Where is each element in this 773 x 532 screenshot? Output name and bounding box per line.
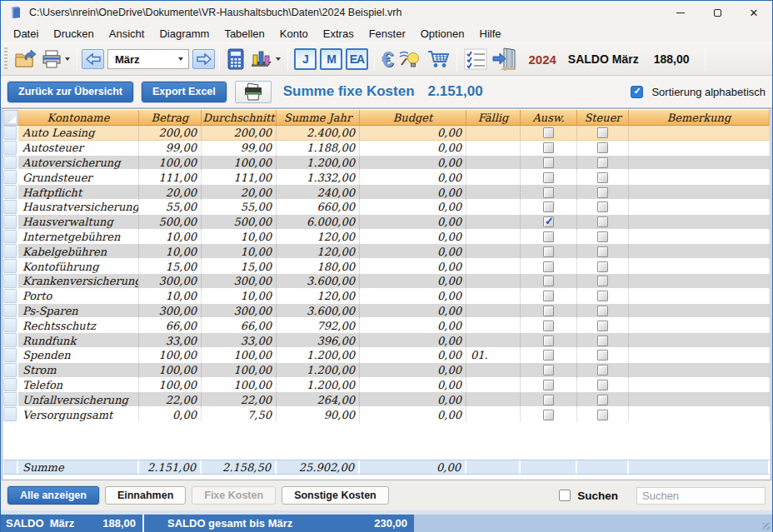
cell-steuer[interactable] (577, 274, 629, 289)
table-corner-cell[interactable] (3, 110, 18, 126)
table-row[interactable]: Spenden100,00100,001.200,000,0001. (3, 348, 770, 363)
row-selector[interactable] (3, 392, 17, 406)
cell-ausw[interactable] (521, 230, 577, 245)
print-button[interactable] (38, 47, 72, 72)
checkbox[interactable] (597, 321, 608, 331)
checkbox[interactable] (543, 246, 554, 257)
cell-ausw[interactable] (521, 378, 577, 393)
toolbar-grip[interactable] (4, 47, 7, 71)
income-button[interactable]: Einnahmen (105, 486, 186, 505)
checkbox[interactable] (543, 127, 554, 138)
row-selector[interactable] (3, 274, 17, 288)
table-row[interactable]: Krankenversicherung300,00300,003.600,000… (3, 274, 770, 289)
year-table-button[interactable]: J (294, 48, 317, 70)
table-row[interactable]: Hausratversicherung55,0055,00660,000,00 (3, 200, 770, 215)
checkbox[interactable] (597, 336, 608, 346)
month-select[interactable]: März (107, 49, 189, 69)
fixed-costs-button[interactable]: Fixe Kosten (192, 486, 276, 505)
checkbox[interactable] (597, 246, 608, 257)
search-input[interactable] (636, 487, 766, 505)
cell-ausw[interactable] (521, 170, 577, 185)
close-button[interactable]: ✕ (736, 1, 772, 24)
table-row[interactable]: Internetgebühren10,0010,00120,000,00 (3, 230, 770, 245)
table-row[interactable]: Haftpflicht20,0020,00240,000,00 (3, 185, 770, 200)
menu-item-extras[interactable]: Extras (316, 26, 362, 42)
checkbox[interactable] (597, 187, 608, 198)
row-selector[interactable] (3, 318, 17, 332)
row-selector[interactable] (3, 126, 17, 140)
cell-steuer[interactable] (577, 230, 629, 245)
checkbox[interactable] (597, 410, 608, 420)
checkbox[interactable] (543, 201, 554, 212)
checkbox[interactable] (597, 231, 608, 242)
menu-item-hilfe[interactable]: Hilfe (472, 26, 509, 42)
table-row[interactable]: Porto10,0010,00120,000,00 (3, 289, 770, 304)
column-header-betrag[interactable]: Betrag (139, 110, 202, 126)
cell-ausw[interactable] (521, 407, 577, 422)
cell-steuer[interactable] (577, 156, 629, 171)
menu-item-tabellen[interactable]: Tabellen (217, 26, 272, 42)
menu-item-optionen[interactable]: Optionen (413, 26, 472, 42)
cell-ausw[interactable] (521, 244, 577, 259)
checkbox[interactable] (597, 172, 608, 183)
ideas-button[interactable] (396, 47, 424, 72)
row-selector[interactable] (3, 363, 17, 377)
row-selector[interactable] (3, 141, 17, 155)
checkbox[interactable] (597, 306, 608, 316)
checkbox[interactable] (543, 187, 554, 198)
checkbox[interactable] (543, 142, 554, 153)
cell-steuer[interactable] (577, 141, 629, 156)
cell-ausw[interactable] (521, 289, 577, 304)
table-row[interactable]: Auto Leasing200,00200,002.400,000,00 (3, 126, 770, 141)
cell-ausw[interactable] (521, 126, 577, 141)
checkbox[interactable] (543, 291, 554, 301)
table-row[interactable]: Hausverwaltung500,00500,006.000,000,00 (3, 215, 770, 230)
checkbox[interactable] (597, 261, 608, 272)
table-row[interactable]: Strom100,00100,001.200,000,00 (3, 363, 770, 378)
table-row[interactable]: Autosteuer99,0099,001.188,000,00 (3, 141, 770, 156)
checkbox[interactable] (543, 336, 554, 346)
cell-steuer[interactable] (577, 215, 629, 230)
cell-ausw[interactable] (521, 274, 577, 289)
row-selector[interactable] (3, 333, 17, 347)
menu-item-diagramm[interactable]: Diagramm (152, 26, 217, 42)
row-selector[interactable] (3, 156, 17, 170)
checkbox[interactable] (597, 127, 608, 138)
checkbox-checked[interactable] (543, 216, 554, 227)
checkbox[interactable] (597, 216, 608, 227)
checkbox[interactable] (543, 157, 554, 168)
back-to-overview-button[interactable]: Zurück zur Übersicht (7, 82, 133, 102)
cell-steuer[interactable] (577, 378, 629, 393)
row-selector[interactable] (3, 289, 17, 303)
row-selector[interactable] (3, 215, 17, 229)
row-selector[interactable] (3, 259, 17, 273)
checkbox[interactable] (597, 380, 608, 390)
table-row[interactable]: Telefon100,00100,001.200,000,00 (3, 378, 770, 393)
checkbox[interactable] (597, 201, 608, 212)
cell-steuer[interactable] (577, 170, 629, 185)
row-selector[interactable] (3, 170, 17, 184)
cell-ausw[interactable] (521, 318, 577, 333)
show-all-button[interactable]: Alle anzeigen (7, 486, 99, 505)
month-table-button[interactable]: M (320, 48, 342, 70)
row-selector[interactable] (3, 230, 17, 244)
column-header-budget[interactable]: Budget (360, 110, 466, 126)
cell-steuer[interactable] (577, 363, 629, 378)
checkbox[interactable] (597, 291, 608, 301)
checkbox[interactable] (597, 395, 608, 405)
cell-steuer[interactable] (577, 259, 629, 274)
menu-item-konto[interactable]: Konto (272, 26, 316, 42)
other-costs-button[interactable]: Sonstige Kosten (282, 486, 389, 505)
row-selector[interactable] (3, 304, 17, 318)
column-header-steuer[interactable]: Steuer (577, 110, 629, 126)
table-row[interactable]: Autoversicherung100,00100,001.200,000,00 (3, 156, 770, 171)
cell-ausw[interactable] (521, 141, 577, 156)
cell-steuer[interactable] (577, 185, 629, 200)
checkbox[interactable] (597, 157, 608, 168)
menu-item-ansicht[interactable]: Ansicht (102, 26, 152, 42)
menu-item-fenster[interactable]: Fenster (362, 26, 413, 42)
row-selector[interactable] (3, 185, 17, 199)
checkbox[interactable] (543, 306, 554, 316)
column-header-bemerkung[interactable]: Bemerkung (629, 110, 770, 126)
minimize-button[interactable] (662, 1, 699, 24)
